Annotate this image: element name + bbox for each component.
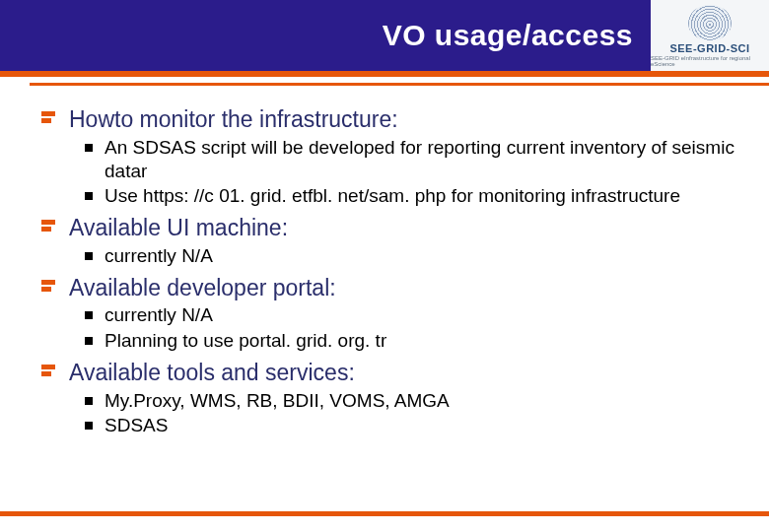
square-bullet-icon (85, 337, 93, 345)
square-bullet-icon (85, 397, 93, 405)
list-item: My.Proxy, WMS, RB, BDII, VOMS, AMGA (85, 389, 739, 413)
heading-text: Available tools and services: (69, 359, 355, 387)
square-bullet-icon (85, 144, 93, 152)
list-item: An SDSAS script will be developed for re… (85, 136, 739, 183)
bullet-icon (41, 111, 59, 131)
list-item: SDSAS (85, 414, 739, 437)
item-text: currently N/A (105, 244, 213, 268)
heading-text: Available UI machine: (69, 214, 288, 242)
list-item: Use https: //c 01. grid. etfbl. net/sam.… (85, 184, 739, 208)
item-text: currently N/A (105, 303, 213, 327)
bullet-icon (41, 220, 59, 239)
logo-text: SEE-GRID-SCI (669, 42, 749, 54)
slide-title: VO usage/access (383, 19, 633, 52)
header: VO usage/access SEE-GRID-SCI SEE-GRID eI… (0, 0, 769, 71)
bullet-icon (41, 280, 59, 299)
square-bullet-icon (85, 192, 93, 200)
footer-divider (0, 511, 769, 516)
bullet-icon (41, 365, 59, 384)
item-text: Planning to use portal. grid. org. tr (105, 329, 386, 353)
heading-text: Available developer portal: (69, 274, 336, 302)
section-heading: Howto monitor the infrastructure: (41, 105, 739, 134)
header-title-area: VO usage/access (0, 0, 651, 71)
item-text: An SDSAS script will be developed for re… (105, 136, 739, 183)
item-text: My.Proxy, WMS, RB, BDII, VOMS, AMGA (105, 389, 450, 413)
slide: VO usage/access SEE-GRID-SCI SEE-GRID eI… (0, 0, 769, 532)
content: Howto monitor the infrastructure: An SDS… (0, 86, 769, 511)
list-item: currently N/A (85, 303, 739, 327)
section-heading: Available UI machine: (41, 214, 739, 242)
fingerprint-icon (688, 5, 732, 40)
logo: SEE-GRID-SCI SEE-GRID eInfrastructure fo… (651, 0, 769, 71)
heading-text: Howto monitor the infrastructure: (69, 105, 398, 134)
item-text: SDSAS (105, 414, 168, 437)
section-heading: Available tools and services: (41, 359, 739, 387)
square-bullet-icon (85, 252, 93, 260)
list-item: currently N/A (85, 244, 739, 268)
logo-subtext: SEE-GRID eInfrastructure for regional eS… (651, 55, 769, 67)
square-bullet-icon (85, 422, 93, 430)
list-item: Planning to use portal. grid. org. tr (85, 329, 739, 353)
square-bullet-icon (85, 311, 93, 319)
section-heading: Available developer portal: (41, 274, 739, 302)
item-text: Use https: //c 01. grid. etfbl. net/sam.… (105, 184, 680, 208)
